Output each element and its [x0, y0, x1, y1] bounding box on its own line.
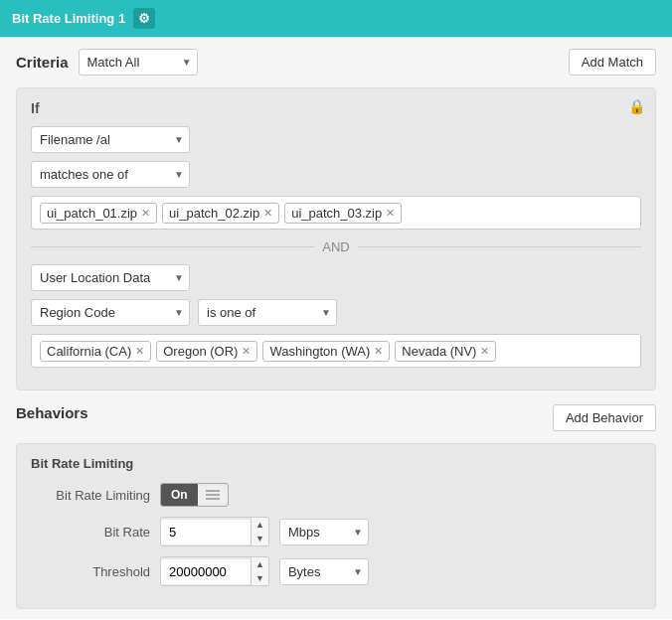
bit-rate-input[interactable]	[161, 520, 251, 544]
bit-rate-label: Bit Rate	[31, 525, 150, 540]
threshold-unit-wrap: Bytes KB MB ▼	[279, 558, 369, 585]
bit-rate-row: Bit Rate ▲ ▼ Mbps Kbps Gbps ▼	[31, 517, 641, 546]
matches-row: matches one of ▼	[31, 161, 641, 188]
behaviors-row: Behaviors Add Behavior	[16, 404, 656, 431]
tag-label: Oregon (OR)	[163, 344, 238, 359]
is-one-of-select[interactable]: is one of	[198, 299, 337, 326]
tag-label: ui_patch_02.zip	[169, 206, 259, 221]
tag-remove-icon[interactable]: ✕	[263, 207, 272, 220]
toggle-line	[206, 494, 220, 496]
behaviors-block: Bit Rate Limiting Bit Rate Limiting On B…	[16, 443, 656, 609]
bit-rate-limiting-label: Bit Rate Limiting	[31, 488, 150, 503]
toggle-line	[206, 490, 220, 492]
filename-select-wrap: Filename /al ▼	[31, 126, 190, 153]
is-one-of-select-wrap: is one of ▼	[198, 299, 337, 326]
user-location-select[interactable]: User Location Data	[31, 264, 190, 291]
tag-ui-patch-03: ui_patch_03.zip ✕	[284, 203, 402, 224]
tag-ui-patch-01: ui_patch_01.zip ✕	[40, 203, 157, 224]
gear-icon: ⚙	[138, 11, 150, 26]
user-location-row: User Location Data ▼	[31, 264, 641, 291]
tag-remove-icon[interactable]: ✕	[141, 207, 150, 220]
threshold-input[interactable]	[161, 559, 251, 584]
region-tags-row: California (CA) ✕ Oregon (OR) ✕ Washingt…	[31, 334, 641, 368]
tag-oregon: Oregon (OR) ✕	[156, 341, 257, 362]
and-divider: AND	[31, 239, 641, 254]
threshold-up-button[interactable]: ▲	[252, 557, 268, 571]
add-behavior-button[interactable]: Add Behavior	[553, 404, 656, 431]
threshold-unit-select[interactable]: Bytes KB MB	[279, 558, 369, 585]
tag-remove-icon[interactable]: ✕	[374, 345, 383, 358]
tag-ui-patch-02: ui_patch_02.zip ✕	[162, 203, 279, 224]
tag-label: Nevada (NV)	[402, 344, 476, 359]
toggle-wrap[interactable]: On	[160, 483, 229, 507]
tag-nevada: Nevada (NV) ✕	[395, 341, 496, 362]
threshold-row: Threshold ▲ ▼ Bytes KB MB ▼	[31, 556, 641, 586]
threshold-spinner: ▲ ▼	[251, 557, 268, 585]
behaviors-sub-title: Bit Rate Limiting	[31, 456, 641, 471]
bit-rate-unit-wrap: Mbps Kbps Gbps ▼	[279, 519, 369, 545]
tag-label: Washington (WA)	[269, 344, 370, 359]
tag-remove-icon[interactable]: ✕	[480, 345, 489, 358]
and-label: AND	[322, 239, 349, 254]
if-block: If 🔒 Filename /al ▼ matches one of ▼	[16, 87, 656, 390]
header-title: Bit Rate Limiting 1	[12, 11, 125, 26]
bit-rate-up-button[interactable]: ▲	[252, 518, 268, 532]
main-content: Criteria Match All Match Any ▼ Add Match…	[0, 37, 672, 619]
toggle-on-label: On	[161, 484, 198, 506]
bit-rate-spinner: ▲ ▼	[251, 518, 268, 545]
tag-remove-icon[interactable]: ✕	[135, 345, 144, 358]
toggle-slider[interactable]	[198, 486, 228, 504]
region-select[interactable]: Region Code	[31, 299, 190, 326]
add-match-button[interactable]: Add Match	[569, 49, 656, 76]
tag-label: ui_patch_01.zip	[47, 206, 137, 221]
bit-rate-down-button[interactable]: ▼	[252, 532, 268, 545]
threshold-down-button[interactable]: ▼	[252, 571, 268, 585]
criteria-row: Criteria Match All Match Any ▼ Add Match	[16, 49, 656, 76]
region-select-wrap: Region Code ▼	[31, 299, 190, 326]
tag-california: California (CA) ✕	[40, 341, 151, 362]
match-all-select[interactable]: Match All Match Any	[79, 49, 198, 76]
tag-washington: Washington (WA) ✕	[262, 341, 390, 362]
user-location-select-wrap: User Location Data ▼	[31, 264, 190, 291]
bit-rate-limiting-row: Bit Rate Limiting On	[31, 483, 641, 507]
if-label: If	[31, 100, 641, 116]
filename-group: Filename /al ▼ matches one of ▼ ui_patch…	[31, 126, 641, 230]
matches-select[interactable]: matches one of	[31, 161, 190, 188]
filename-tags-row: ui_patch_01.zip ✕ ui_patch_02.zip ✕ ui_p…	[31, 196, 641, 230]
match-all-select-wrap: Match All Match Any ▼	[79, 49, 198, 76]
header-bar: Bit Rate Limiting 1 ⚙	[0, 0, 672, 37]
matches-select-wrap: matches one of ▼	[31, 161, 190, 188]
user-location-group: User Location Data ▼ Region Code ▼ is on…	[31, 264, 641, 368]
threshold-input-wrap: ▲ ▼	[160, 556, 269, 586]
tag-remove-icon[interactable]: ✕	[242, 345, 251, 358]
tag-label: California (CA)	[47, 344, 131, 359]
lock-icon: 🔒	[628, 98, 645, 114]
filename-row: Filename /al ▼	[31, 126, 641, 153]
bit-rate-input-wrap: ▲ ▼	[160, 517, 269, 546]
filename-select[interactable]: Filename /al	[31, 126, 190, 153]
region-row: Region Code ▼ is one of ▼	[31, 299, 641, 326]
tag-label: ui_patch_03.zip	[291, 206, 382, 221]
tag-remove-icon[interactable]: ✕	[386, 207, 395, 220]
bit-rate-unit-select[interactable]: Mbps Kbps Gbps	[279, 519, 369, 545]
threshold-label: Threshold	[31, 564, 150, 579]
toggle-line	[206, 498, 220, 500]
criteria-label: Criteria	[16, 54, 69, 71]
gear-button[interactable]: ⚙	[133, 8, 155, 29]
behaviors-title: Behaviors	[16, 404, 88, 421]
